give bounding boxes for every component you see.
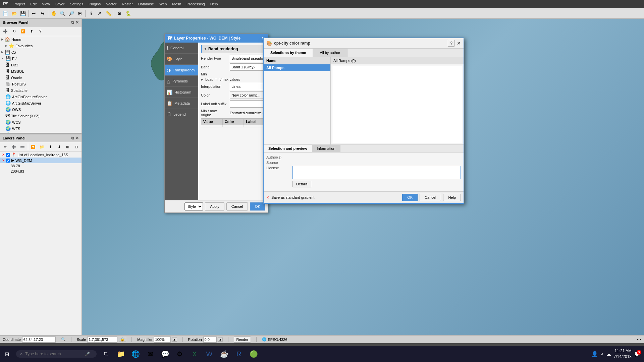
zoom-out-btn[interactable]: 🔎: [67, 9, 75, 17]
props-menu-pyramids[interactable]: △ Pyramids: [165, 76, 198, 87]
layers-add-btn[interactable]: ➕: [10, 143, 18, 151]
props-menu-legend[interactable]: 🗒 Legend: [165, 109, 198, 120]
pan-btn[interactable]: ✋: [50, 9, 58, 17]
menu-database[interactable]: Database: [138, 2, 154, 6]
layer-props-apply-btn[interactable]: Apply: [205, 202, 224, 210]
license-input[interactable]: [292, 166, 461, 179]
browser-item-arcgis-feature[interactable]: 🌐 ArcGisFeatureServer: [0, 94, 82, 100]
settings-btn[interactable]: ⚙: [115, 9, 123, 17]
menu-raster[interactable]: Raster: [122, 2, 132, 6]
zoom-in-btn[interactable]: 🔍: [58, 9, 66, 17]
browser-item-spatialite[interactable]: 🗄 SpatiaLite: [0, 87, 82, 94]
browser-refresh-btn[interactable]: ↻: [10, 27, 18, 35]
browser-item-favourites[interactable]: ▶ ⭐ Favourites: [0, 43, 82, 49]
taskbar-taskview-btn[interactable]: ⧉: [99, 347, 113, 361]
layers-expand-btn[interactable]: ⊞: [64, 143, 72, 151]
taskbar-settings-btn[interactable]: ⚙: [173, 347, 186, 361]
menu-project[interactable]: Project: [13, 2, 25, 6]
menu-settings[interactable]: Settings: [70, 2, 83, 6]
style-dropdown[interactable]: Style: [184, 202, 203, 210]
browser-item-tile-server[interactable]: 🗺 Tile Server (XYZ): [0, 113, 82, 119]
browser-item-mssql[interactable]: 🗄 MSSQL: [0, 68, 82, 74]
start-btn[interactable]: ⊞: [0, 347, 13, 361]
tab-all-by-author[interactable]: All by author: [313, 49, 347, 57]
layers-down-btn[interactable]: ⬇: [55, 143, 63, 151]
browser-filter-btn[interactable]: 🔽: [19, 27, 27, 35]
layer-visibility-checkbox-locations[interactable]: [6, 153, 10, 157]
details-btn[interactable]: Details: [292, 181, 311, 187]
notification-area[interactable]: 💬 3: [634, 351, 640, 357]
browser-close-icon[interactable]: ✕: [75, 20, 79, 25]
label-unit-input[interactable]: [230, 100, 268, 108]
cpt-all-ramps-item[interactable]: All Ramps: [264, 64, 330, 71]
taskbar-word-btn[interactable]: W: [203, 347, 216, 361]
layers-group-btn[interactable]: 📁: [38, 143, 46, 151]
browser-item-arcgis-map[interactable]: 🌐 ArcGisMapServer: [0, 100, 82, 106]
browser-item-home[interactable]: ▶ 🏠 Home: [0, 36, 82, 43]
render-type-input[interactable]: [230, 55, 268, 62]
new-project-btn[interactable]: 📄: [1, 9, 9, 17]
props-menu-transparency[interactable]: ◑ Transparency: [165, 65, 198, 76]
menu-view[interactable]: View: [42, 2, 50, 6]
menu-help[interactable]: Help: [210, 2, 218, 6]
undo-btn[interactable]: ↩: [30, 9, 38, 17]
band-input[interactable]: [230, 63, 268, 71]
browser-item-wcs[interactable]: 🌍 WCS: [0, 119, 82, 125]
save-gradient-label[interactable]: Save as standard gradient: [271, 195, 314, 199]
layer-delete-icon[interactable]: ✕: [2, 153, 5, 157]
taskbar-skype-btn[interactable]: 💬: [158, 347, 172, 361]
taskbar-search-input[interactable]: [25, 352, 82, 356]
menu-mesh[interactable]: Mesh: [172, 2, 181, 6]
props-menu-style[interactable]: 🎨 Style: [165, 54, 198, 65]
browser-float-icon[interactable]: ⧉: [71, 20, 74, 25]
layers-float-icon[interactable]: ⧉: [71, 136, 74, 140]
browser-item-e[interactable]: ▼ 💾 E:/: [0, 55, 82, 62]
taskbar-other-btn[interactable]: 🟢: [247, 347, 260, 361]
interpolation-input[interactable]: [230, 83, 268, 90]
cpt-cancel-btn[interactable]: Cancel: [420, 194, 441, 201]
color-ramp-btn[interactable]: New color ramp...: [230, 92, 265, 99]
props-menu-histogram[interactable]: 📊 Histogram: [165, 87, 198, 98]
epsg-display[interactable]: 🌐 EPSG:4326: [262, 337, 287, 342]
menu-edit[interactable]: Edit: [30, 2, 37, 6]
browser-add-btn[interactable]: ➕: [1, 27, 9, 35]
browser-help-btn[interactable]: ?: [36, 27, 44, 35]
scale-lock-btn[interactable]: 🔒: [119, 337, 126, 342]
tab-selection-preview[interactable]: Selection and preview: [264, 145, 312, 152]
zoom-extent-btn[interactable]: ⊞: [76, 9, 84, 17]
scale-input[interactable]: [87, 337, 117, 343]
layers-edit-btn[interactable]: ✏: [1, 143, 9, 151]
browser-item-oracle[interactable]: 🗄 Oracle: [0, 74, 82, 81]
taskbar-mic-icon[interactable]: 🎤: [85, 352, 90, 356]
status-more-btn[interactable]: ⋯: [637, 337, 641, 342]
rotation-input[interactable]: [203, 337, 217, 343]
taskbar-people-icon[interactable]: 👤: [591, 351, 598, 357]
taskbar-clock[interactable]: 11:21 AM 7/14/2018: [614, 348, 632, 360]
taskbar-cloud-icon[interactable]: ☁: [606, 351, 611, 357]
layers-remove-btn[interactable]: ➖: [18, 143, 26, 151]
taskbar-excel-btn[interactable]: X: [188, 347, 201, 361]
menu-plugins[interactable]: Plugins: [89, 2, 101, 6]
browser-collapse-btn[interactable]: ⬆: [28, 27, 36, 35]
cpt-help-btn[interactable]: ?: [448, 40, 455, 47]
taskbar-chrome-btn[interactable]: 🌐: [129, 347, 142, 361]
rotation-up-btn[interactable]: ▲: [218, 338, 223, 342]
menu-web[interactable]: Web: [159, 2, 167, 6]
measure-btn[interactable]: 📏: [104, 9, 112, 17]
props-menu-general[interactable]: ℹ General: [165, 43, 198, 54]
cpt-close-btn[interactable]: ✕: [457, 41, 461, 46]
taskbar-file-explorer-btn[interactable]: 📁: [114, 347, 127, 361]
layer-item-locations[interactable]: ✕ 📍 List of Locations_Indirana_16S: [0, 152, 82, 158]
open-project-btn[interactable]: 📂: [10, 9, 18, 17]
layers-filter-btn[interactable]: 🔽: [30, 143, 38, 151]
browser-item-ows[interactable]: 🌍 OWS: [0, 106, 82, 113]
cpt-help-footer-btn[interactable]: Help: [443, 194, 461, 201]
save-project-btn[interactable]: 💾: [19, 9, 27, 17]
props-menu-metadata[interactable]: 📋 Metadata: [165, 98, 198, 109]
layers-collapse-btn[interactable]: ⊟: [72, 143, 80, 151]
taskbar-mail-btn[interactable]: ✉: [144, 347, 157, 361]
layer-props-cancel-btn[interactable]: Cancel: [226, 202, 248, 210]
menu-vector[interactable]: Vector: [106, 2, 116, 6]
identify-btn[interactable]: ℹ: [87, 9, 95, 17]
magnifier-up-btn[interactable]: ▲: [172, 338, 177, 342]
